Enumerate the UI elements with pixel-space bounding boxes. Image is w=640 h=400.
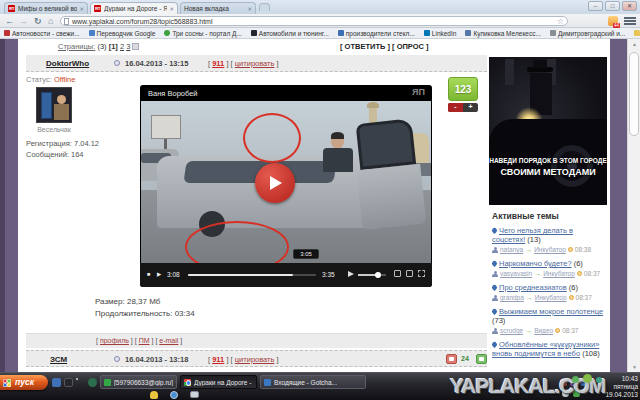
page-2-link[interactable]: 2 <box>120 42 124 51</box>
post-date: 16.04.2013 - 13:15 <box>125 59 188 68</box>
start-button[interactable]: пуск <box>0 375 48 390</box>
quicklaunch-icon[interactable] <box>88 378 97 387</box>
tab-close-icon[interactable]: ✕ <box>169 6 174 12</box>
topic-user-link[interactable]: natanya <box>500 245 523 254</box>
ad-banner[interactable]: НАВЕДИ ПОРЯДОК В ЭТОМ ГОРОДЕ СВОИМИ МЕТО… <box>489 57 607 205</box>
clock-icon <box>555 328 560 333</box>
tab-2-active[interactable]: ЯП Дураки на Дороге - ЯПлак... ✕ <box>90 2 178 14</box>
play-icon[interactable]: ▶ <box>157 271 161 277</box>
poll-button[interactable]: [ ОПРОС ] <box>392 42 429 51</box>
pages-icon[interactable] <box>132 43 139 50</box>
volume-icon[interactable] <box>348 271 354 277</box>
fullscreen-icon[interactable] <box>418 270 425 277</box>
post-number-link[interactable]: 911 <box>212 59 224 68</box>
rate-minus-button[interactable]: - <box>448 103 463 112</box>
bookmark-item[interactable]: Автомобили и тюнинг... <box>251 30 329 37</box>
quicklaunch-icon[interactable] <box>52 378 61 387</box>
globe-icon[interactable] <box>170 391 178 399</box>
topic-link[interactable]: Наркоманчо будете? <box>499 259 572 268</box>
tab-3[interactable]: Новая вкладка ✕ <box>180 2 256 14</box>
quote-link[interactable]: цитировать <box>235 59 275 68</box>
taskbar-window-qip[interactable]: [597906633@qip.ru] ... <box>100 375 177 389</box>
quote-link[interactable]: цитировать <box>235 355 275 364</box>
qip-icon <box>104 379 111 386</box>
size-icon[interactable] <box>406 270 413 277</box>
email-link[interactable]: e-mail <box>159 337 178 344</box>
video-player: Ваня Воробей ЯП <box>140 85 432 287</box>
quicklaunch-icon[interactable] <box>64 378 73 387</box>
topic-link[interactable]: Про среднеазиатов <box>499 283 567 292</box>
page-3-link[interactable]: 3 <box>126 42 130 51</box>
pm-link[interactable]: ПМ <box>139 337 150 344</box>
bookmark-star-icon[interactable]: ☆ <box>557 17 564 26</box>
topic-user-link[interactable]: scrudge <box>500 326 523 335</box>
extension-icon[interactable]: 44 <box>608 16 618 26</box>
stop-icon[interactable]: ■ <box>147 271 150 277</box>
play-button[interactable] <box>255 163 295 203</box>
bookmark-item[interactable]: Переводчик Google <box>89 30 156 37</box>
forward-icon[interactable]: → <box>19 15 28 27</box>
taskbar-window-browser[interactable]: Дураки на Дороге - ... <box>180 375 257 389</box>
reply-button[interactable]: [ ОТВЕТИТЬ ] <box>340 42 390 51</box>
clock-icon <box>577 271 582 276</box>
bookmark-item[interactable]: Автоновости - свежи... <box>4 30 80 37</box>
thumb-up-icon[interactable] <box>476 354 487 364</box>
bookmark-folder[interactable]: Мой <box>634 30 640 37</box>
volume-slider[interactable] <box>358 274 386 276</box>
tab-close-icon[interactable]: ✕ <box>79 6 84 12</box>
settings-icon[interactable] <box>394 270 401 277</box>
yap-logo: ЯП <box>412 87 425 97</box>
tab-1[interactable]: ЯП Мифы о великой войне - Я... ✕ <box>4 2 88 14</box>
home-icon[interactable]: ⌂ <box>48 15 53 27</box>
tab-label: Мифы о великой войне - Я... <box>18 5 77 12</box>
topic-forum-link[interactable]: Инкубатор <box>535 293 567 302</box>
video-frame[interactable]: 3:05 <box>141 101 431 263</box>
post-rating: 123 <box>448 77 478 101</box>
scroll-down-icon[interactable]: ▼ <box>628 364 640 370</box>
post-time-icon <box>114 60 120 66</box>
reload-icon[interactable]: ↻ <box>34 15 42 27</box>
minimize-button[interactable]: – <box>588 1 603 11</box>
topic-user-link[interactable]: vasyavasin <box>500 269 532 278</box>
restore-button[interactable]: □ <box>605 1 620 11</box>
close-button[interactable]: ✕ <box>622 1 637 11</box>
topic-user-link[interactable]: grandpa <box>500 293 524 302</box>
author-link[interactable]: ЗСМ <box>50 355 67 364</box>
bookmark-item[interactable]: Димитровградский и... <box>550 30 625 37</box>
bookmark-item[interactable]: Куликовка Мелекесс... <box>465 30 540 37</box>
profile-link[interactable]: профиль <box>100 337 129 344</box>
scrollbar-thumb[interactable] <box>629 52 639 136</box>
scroll-up-icon[interactable]: ▲ <box>628 41 640 47</box>
bookmark-item[interactable]: LinkedIn <box>424 30 457 37</box>
bookmark-icon <box>465 30 471 36</box>
topic-forum-link[interactable]: Видео <box>534 326 553 335</box>
topic-link[interactable]: Выжимаем мокрое полотенце <box>499 307 603 316</box>
taskbar-window-mail[interactable]: Входящие - Gotcha... <box>260 375 366 389</box>
post-date: 16.04.2013 - 13:18 <box>125 355 188 364</box>
user-messages: Сообщений: 164 <box>26 150 84 159</box>
bookmark-item[interactable]: производители стекл... <box>338 30 415 37</box>
pin-icon <box>491 260 498 267</box>
scrollbar[interactable]: ▲ ▼ <box>627 39 640 372</box>
clock-icon <box>568 247 573 252</box>
topic-forum-link[interactable]: Инкубатор <box>534 245 566 254</box>
pages-link[interactable]: Страницы: <box>58 42 95 51</box>
new-tab-button[interactable] <box>259 3 270 11</box>
menu-icon[interactable] <box>624 17 636 25</box>
back-icon[interactable]: ← <box>5 15 14 27</box>
avatar[interactable] <box>36 87 72 123</box>
key-icon[interactable] <box>150 391 158 399</box>
pagination: Страницы: (3) [1] 2 3 <box>58 42 139 51</box>
post-number-link[interactable]: 911 <box>212 355 224 364</box>
rate-plus-button[interactable]: + <box>463 103 478 112</box>
tab-strip: ЯП Мифы о великой войне - Я... ✕ ЯП Дура… <box>0 0 640 14</box>
author-link[interactable]: DoktorWho <box>46 59 89 68</box>
mafia-man-shape <box>527 67 553 72</box>
thumb-down-icon[interactable] <box>446 354 457 364</box>
bookmark-item[interactable]: Три сосны - портал Д... <box>164 30 241 37</box>
topic-forum-link[interactable]: Инкубатор <box>543 269 575 278</box>
address-bar[interactable]: www.yaplakal.com/forum28/topic568883.htm… <box>60 16 568 26</box>
monitor-icon[interactable] <box>190 391 199 398</box>
tab-close-icon[interactable]: ✕ <box>247 6 252 12</box>
seek-bar[interactable] <box>188 274 316 276</box>
